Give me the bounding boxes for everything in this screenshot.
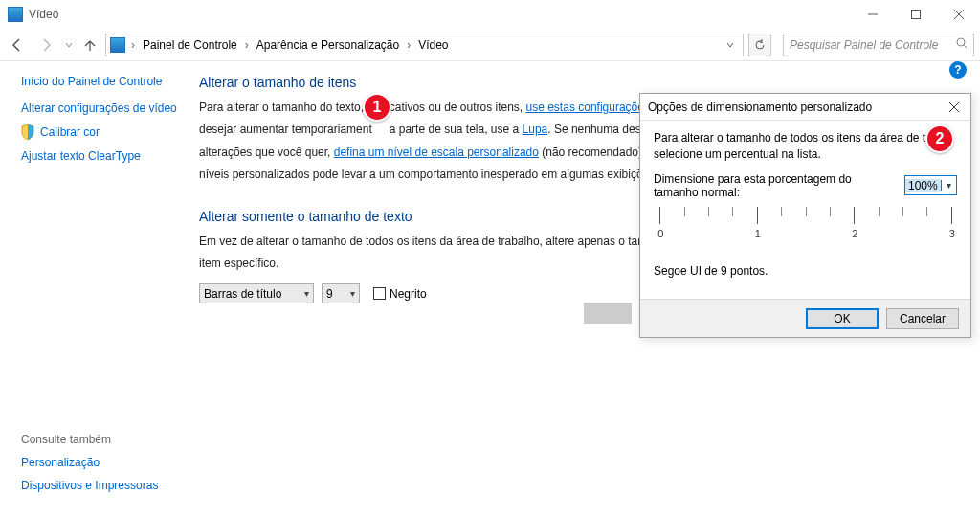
search-icon (956, 37, 968, 52)
sidebar-item-label: Ajustar texto ClearType (21, 149, 141, 163)
dialog-paragraph: Para alterar o tamanho de todos os itens… (654, 130, 957, 163)
address-dropdown-button[interactable] (722, 38, 739, 52)
link-custom-scaling[interactable]: defina um nível de escala personalizado (334, 146, 539, 159)
custom-scaling-dialog: Opções de dimensionamento personalizado … (639, 93, 971, 338)
dialog-footer: OK Cancelar (640, 299, 970, 337)
help-icon[interactable]: ? (949, 61, 967, 79)
app-icon (8, 7, 23, 22)
sidebar-link-personalization[interactable]: Personalização (21, 456, 158, 469)
breadcrumb-category[interactable]: Aparência e Personalização (255, 38, 401, 52)
nav-forward-button[interactable] (34, 34, 57, 56)
search-input[interactable] (790, 38, 968, 52)
select-value: Barras de título (204, 287, 281, 301)
refresh-button[interactable] (748, 34, 771, 56)
ruler-label: 0 (657, 228, 663, 239)
ok-button[interactable]: OK (806, 308, 879, 329)
checkbox-label: Negrito (390, 287, 427, 301)
chevron-down-icon: ▾ (304, 288, 309, 299)
scaling-ruler[interactable]: 0 1 2 3 (654, 207, 957, 255)
svg-point-4 (957, 38, 965, 46)
annotation-callout-2: 2 (925, 124, 954, 153)
ruler-label: 1 (755, 228, 761, 239)
cancel-button[interactable]: Cancelar (886, 308, 959, 329)
sidebar-item-display-settings[interactable]: Alterar configurações de vídeo (21, 101, 188, 115)
bold-checkbox[interactable]: Negrito (373, 287, 427, 301)
scaling-label: Dimensione para esta porcentagem do tama… (654, 172, 899, 199)
text-item-select[interactable]: Barras de título ▾ (199, 283, 314, 303)
obscured-button (584, 303, 632, 324)
ruler-label: 3 (949, 228, 955, 239)
svg-rect-1 (911, 11, 920, 19)
search-box[interactable] (783, 34, 974, 56)
sidebar-item-calibrate-color[interactable]: Calibrar cor (21, 124, 188, 140)
breadcrumb-leaf[interactable]: Vídeo (416, 38, 450, 52)
window-titlebar: Vídeo (0, 0, 980, 29)
svg-line-5 (964, 45, 967, 48)
sidebar: Início do Painel de Controle Alterar con… (0, 61, 188, 517)
ruler-label: 2 (852, 228, 858, 239)
breadcrumb-root[interactable]: Painel de Controle (141, 38, 239, 52)
checkbox-box (373, 287, 386, 300)
sidebar-link-devices[interactable]: Dispositivos e Impressoras (21, 479, 158, 492)
see-also-header: Consulte também (21, 433, 158, 446)
chevron-right-icon: › (129, 38, 137, 52)
window-title: Vídeo (29, 8, 58, 21)
chevron-down-icon: ▾ (350, 288, 355, 299)
chevron-right-icon: › (243, 38, 251, 52)
sidebar-item-label: Calibrar cor (40, 125, 100, 139)
annotation-callout-1: 1 (363, 93, 391, 122)
dialog-close-button[interactable] (946, 99, 963, 116)
dialog-titlebar: Opções de dimensionamento personalizado (640, 94, 970, 121)
minimize-button[interactable] (851, 0, 894, 29)
chevron-down-icon: ▾ (941, 180, 956, 191)
sidebar-item-cleartype[interactable]: Ajustar texto ClearType (21, 149, 188, 163)
section-header-size: Alterar o tamanho de itens (199, 75, 957, 90)
explorer-toolbar: › Painel de Controle › Aparência e Perso… (0, 29, 980, 61)
scaling-percent-value: 100% (905, 179, 941, 192)
nav-recent-dropdown[interactable] (63, 34, 75, 56)
scaling-percent-combobox[interactable]: 100% ▾ (904, 175, 957, 195)
chevron-right-icon: › (405, 38, 412, 52)
nav-back-button[interactable] (6, 34, 29, 56)
dialog-title: Opções de dimensionamento personalizado (648, 101, 872, 114)
sidebar-item-label: Alterar configurações de vídeo (21, 101, 177, 115)
select-value: 9 (326, 287, 333, 301)
maximize-button[interactable] (894, 0, 937, 29)
font-size-select[interactable]: 9 ▾ (322, 283, 360, 303)
address-bar[interactable]: › Painel de Controle › Aparência e Perso… (105, 34, 744, 56)
font-sample-text: Segoe UI de 9 pontos. (654, 264, 957, 278)
shield-icon (21, 124, 34, 140)
link-magnifier[interactable]: Lupa (523, 123, 548, 136)
location-icon (110, 37, 125, 53)
nav-up-button[interactable] (80, 34, 100, 56)
close-button[interactable] (937, 0, 980, 29)
sidebar-home-link[interactable]: Início do Painel de Controle (21, 75, 188, 88)
